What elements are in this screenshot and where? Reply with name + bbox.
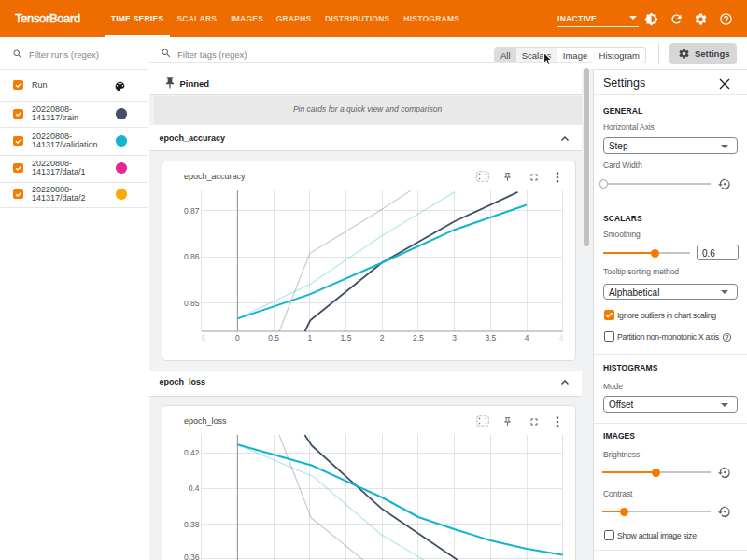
svg-text:0.42: 0.42 <box>184 448 200 457</box>
svg-text:0.87: 0.87 <box>184 206 200 216</box>
svg-text:0.85: 0.85 <box>184 299 200 308</box>
svg-text:0.36: 0.36 <box>184 553 200 560</box>
svg-text:4: 4 <box>559 333 564 343</box>
svg-text:0: 0 <box>235 333 240 343</box>
svg-text:2.5: 2.5 <box>413 333 424 343</box>
svg-text:1: 1 <box>307 333 312 343</box>
svg-text:0.86: 0.86 <box>184 252 200 261</box>
svg-text:2: 2 <box>380 333 385 343</box>
svg-text:3.5: 3.5 <box>485 333 496 343</box>
svg-text:3: 3 <box>452 333 457 343</box>
svg-text:0.4: 0.4 <box>189 483 200 493</box>
svg-text:0.5: 0.5 <box>268 333 279 343</box>
svg-text:0.38: 0.38 <box>184 520 200 529</box>
svg-text:1.5: 1.5 <box>341 333 352 343</box>
svg-text:5: 5 <box>202 333 206 343</box>
svg-text:4: 4 <box>525 333 529 343</box>
